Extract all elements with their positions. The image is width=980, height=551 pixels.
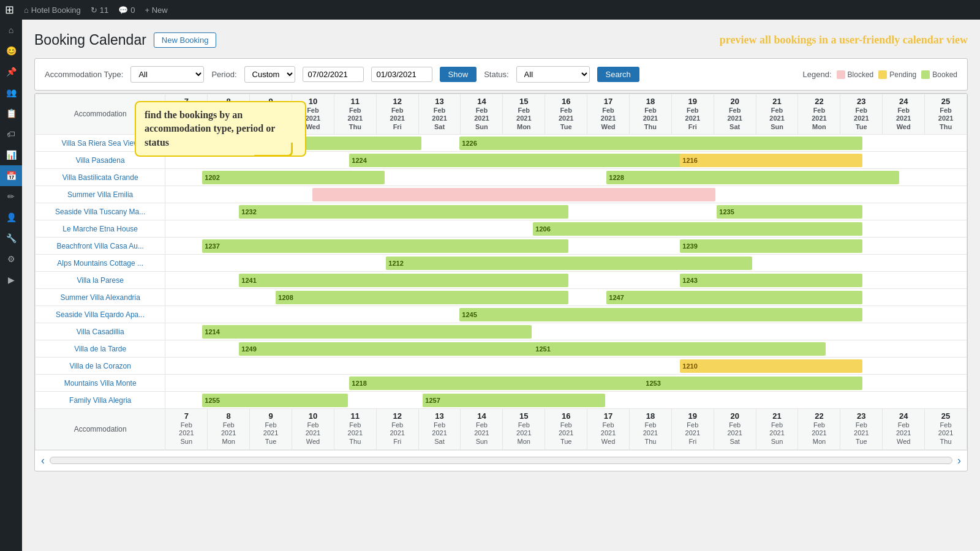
booking-bar-1243[interactable]: 1243 (680, 274, 862, 287)
accommodation-name-cell[interactable]: Beachfront Villa Casa Au... (36, 238, 165, 255)
sidebar-icon-pages[interactable]: 📋 (0, 103, 22, 124)
booking-bar-1257[interactable]: 1257 (423, 394, 605, 407)
booking-bar-1208[interactable]: 1208 (276, 291, 568, 304)
new-post-button[interactable]: + New (145, 6, 168, 15)
footer-date-16: 16Feb2021Tue (545, 409, 587, 449)
accommodation-name-cell[interactable]: Family Villa Alegria (36, 392, 165, 409)
footer-date-13: 13Feb2021Sat (418, 409, 461, 449)
booking-bar-1239[interactable]: 1239 (680, 239, 862, 253)
booking-bar-1249[interactable]: 1249 (239, 342, 568, 356)
booking-row-data: 1210 (165, 358, 967, 375)
updates-count[interactable]: ↻ 11 (91, 6, 108, 15)
footer-date-10: 10Feb2021Wed (292, 409, 334, 449)
booking-row-data: 12081247 (165, 289, 967, 306)
booking-bar-[interactable] (312, 188, 715, 201)
table-row: Villa Casadillia1214 (36, 323, 967, 340)
sidebar-icon-dashboard[interactable]: ⌂ (0, 20, 22, 40)
legend-area: Legend: Blocked Pending Booked (803, 70, 957, 79)
sidebar-icon-edit[interactable]: ✏ (0, 186, 22, 207)
sidebar-icon-users[interactable]: 👥 (0, 82, 22, 103)
booking-bar-1235[interactable]: 1235 (717, 205, 862, 219)
booking-bar-1228[interactable]: 1228 (606, 171, 899, 184)
footer-date-20: 20Feb2021Sat (714, 409, 756, 449)
booking-bar-1218[interactable]: 1218 (349, 377, 679, 390)
booking-bar-1237[interactable]: 1237 (202, 239, 568, 253)
booking-bar-1245[interactable]: 1245 (459, 308, 862, 321)
booking-bar-1212[interactable]: 1212 (386, 257, 752, 270)
booking-bar-1253[interactable]: 1253 (643, 377, 862, 390)
comments-count[interactable]: 💬 0 (118, 6, 135, 15)
accommodation-name-cell[interactable]: Villa Bastilicata Grande (36, 169, 165, 186)
accommodation-footer-label: Accommodation (36, 409, 165, 449)
accommodation-name-cell[interactable]: Summer Villa Emilia (36, 186, 165, 203)
booking-row-data: 12551257 (165, 392, 967, 409)
sidebar-icon-settings[interactable]: ⚙ (0, 249, 22, 269)
booking-bar-1210[interactable]: 1210 (680, 359, 862, 373)
wp-logo[interactable]: ⊞ (5, 3, 14, 17)
status-select[interactable]: All (516, 66, 590, 83)
sidebar-icon-play[interactable]: ▶ (0, 269, 22, 290)
table-row: Villa de la Corazon1210 (36, 358, 967, 375)
sidebar-icon-calendar[interactable]: 📅 (0, 165, 22, 186)
accommodation-type-select[interactable]: All (130, 66, 204, 83)
footer-date-24: 24Feb2021Wed (883, 409, 925, 449)
booking-bar-1251[interactable]: 1251 (533, 342, 826, 356)
sidebar-icon-profile[interactable]: 😊 (0, 40, 22, 61)
site-name[interactable]: ⌂ Hotel Booking (24, 6, 81, 15)
show-button[interactable]: Show (440, 67, 477, 82)
booking-row-data: 1214 (165, 323, 967, 340)
scroll-left-arrow[interactable]: ‹ (41, 454, 45, 467)
booking-bar-1216[interactable]: 1216 (680, 154, 862, 167)
footer-date-23: 23Feb2021Tue (840, 409, 883, 449)
header-date-22: 22Feb2021Mon (798, 94, 840, 135)
scroll-right-arrow[interactable]: › (957, 454, 961, 467)
accommodation-name-cell[interactable]: Mountains Villa Monte (36, 375, 165, 392)
footer-date-19: 19Feb2021Fri (671, 409, 714, 449)
period-select[interactable]: Custom (244, 66, 295, 83)
accommodation-type-label: Accommodation Type: (45, 70, 123, 79)
table-row: Mountains Villa Monte12181253 (36, 375, 967, 392)
new-booking-button[interactable]: New Booking (154, 32, 217, 48)
accommodation-name-cell[interactable]: Seaside Villa Eqardo Apa... (36, 306, 165, 323)
scroll-track[interactable] (50, 457, 952, 464)
legend-blocked: Blocked (837, 70, 874, 79)
booking-bar-1247[interactable]: 1247 (606, 291, 862, 304)
accommodation-name-cell[interactable]: Villa Casadillia (36, 323, 165, 340)
table-row: Villa la Parese12411243 (36, 272, 967, 289)
page-title: Booking Calendar (34, 32, 146, 48)
sidebar-icon-user[interactable]: 👤 (0, 207, 22, 228)
home-icon: ⌂ (24, 6, 29, 15)
table-row: Villa Bastilicata Grande12021228 (36, 169, 967, 186)
booking-bar-1232[interactable]: 1232 (239, 205, 568, 219)
search-button[interactable]: Search (597, 67, 639, 82)
booking-bar-1206[interactable]: 1206 (533, 222, 862, 236)
booking-row-data: 1245 (165, 306, 967, 323)
annotation-box: find the bookings by an accommodation ty… (135, 101, 306, 157)
sidebar-icon-pin[interactable]: 📌 (0, 61, 22, 82)
accommodation-name-cell[interactable]: Villa la Parese (36, 272, 165, 289)
accommodation-name-cell[interactable]: Summer Villa Alexandria (36, 289, 165, 306)
booking-bar-1255[interactable]: 1255 (202, 394, 348, 407)
booking-bar-1226[interactable]: 1226 (459, 137, 862, 150)
booking-bar-1241[interactable]: 1241 (239, 274, 568, 287)
booking-row-data: 12491251 (165, 340, 967, 358)
accommodation-name-cell[interactable]: Alps Mountains Cottage ... (36, 255, 165, 272)
booking-bar-1224[interactable]: 1224 (349, 154, 715, 167)
pending-color-swatch (878, 70, 887, 79)
footer-date-14: 14Feb2021Sun (461, 409, 503, 449)
booking-bar-1202[interactable]: 1202 (202, 171, 385, 184)
accommodation-name-cell[interactable]: Villa de la Tarde (36, 340, 165, 358)
update-icon: ↻ (91, 6, 97, 15)
accommodation-name-cell[interactable]: Seaside Villa Tuscany Ma... (36, 203, 165, 220)
booking-bar-1214[interactable]: 1214 (202, 325, 532, 339)
filter-bar: Accommodation Type: All Period: Custom S… (34, 58, 968, 91)
date-to-input[interactable] (371, 67, 432, 82)
sidebar-icon-tools[interactable]: 🔧 (0, 228, 22, 249)
accommodation-name-cell[interactable]: Le Marche Etna House (36, 220, 165, 238)
accommodation-name-cell[interactable]: Villa de la Corazon (36, 358, 165, 375)
sidebar-icon-comments[interactable]: 🏷 (0, 124, 22, 144)
table-row: Summer Villa Alexandria12081247 (36, 289, 967, 306)
sidebar-icon-appearance[interactable]: 📊 (0, 144, 22, 165)
date-from-input[interactable] (303, 67, 364, 82)
status-label: Status: (484, 70, 508, 79)
